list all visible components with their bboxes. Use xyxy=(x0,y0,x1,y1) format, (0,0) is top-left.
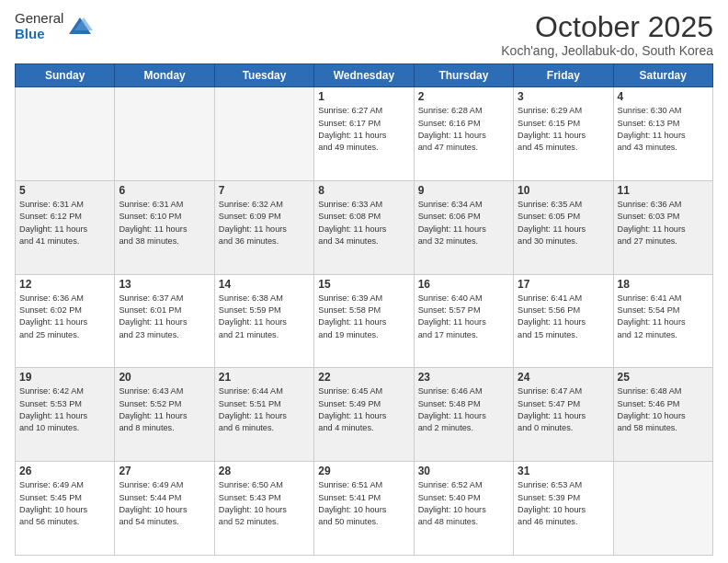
day-info: Sunrise: 6:30 AM Sunset: 6:13 PM Dayligh… xyxy=(618,105,709,154)
day-info: Sunrise: 6:35 AM Sunset: 6:05 PM Dayligh… xyxy=(518,199,609,247)
table-row: 30Sunrise: 6:52 AM Sunset: 5:40 PM Dayli… xyxy=(414,462,513,556)
day-number: 29 xyxy=(318,465,409,477)
table-row: 19Sunrise: 6:42 AM Sunset: 5:53 PM Dayli… xyxy=(16,368,115,462)
day-info: Sunrise: 6:36 AM Sunset: 6:03 PM Dayligh… xyxy=(618,199,709,247)
day-number: 3 xyxy=(518,90,609,103)
logo-icon xyxy=(67,14,93,40)
logo: General Blue xyxy=(15,11,93,41)
col-wednesday: Wednesday xyxy=(314,64,414,87)
table-row: 1Sunrise: 6:27 AM Sunset: 6:17 PM Daylig… xyxy=(314,87,414,181)
day-info: Sunrise: 6:29 AM Sunset: 6:15 PM Dayligh… xyxy=(518,105,609,154)
day-number: 21 xyxy=(219,371,310,384)
table-row: 28Sunrise: 6:50 AM Sunset: 5:43 PM Dayli… xyxy=(214,462,313,556)
table-row: 6Sunrise: 6:31 AM Sunset: 6:10 PM Daylig… xyxy=(115,180,214,274)
day-number: 23 xyxy=(418,371,509,384)
day-info: Sunrise: 6:45 AM Sunset: 5:49 PM Dayligh… xyxy=(318,385,409,434)
day-number: 19 xyxy=(19,371,110,384)
col-saturday: Saturday xyxy=(613,64,712,87)
day-info: Sunrise: 6:48 AM Sunset: 5:46 PM Dayligh… xyxy=(618,385,709,434)
table-row: 13Sunrise: 6:37 AM Sunset: 6:01 PM Dayli… xyxy=(115,274,214,368)
table-row: 5Sunrise: 6:31 AM Sunset: 6:12 PM Daylig… xyxy=(16,180,115,274)
day-number: 5 xyxy=(19,184,110,197)
calendar-week-row: 12Sunrise: 6:36 AM Sunset: 6:02 PM Dayli… xyxy=(16,274,713,368)
day-number: 7 xyxy=(219,184,310,197)
day-info: Sunrise: 6:41 AM Sunset: 5:54 PM Dayligh… xyxy=(618,293,709,341)
table-row: 31Sunrise: 6:53 AM Sunset: 5:39 PM Dayli… xyxy=(514,462,613,556)
day-number: 12 xyxy=(19,278,110,291)
day-info: Sunrise: 6:43 AM Sunset: 5:52 PM Dayligh… xyxy=(119,385,210,434)
table-row: 7Sunrise: 6:32 AM Sunset: 6:09 PM Daylig… xyxy=(214,180,313,274)
logo-blue: Blue xyxy=(15,27,63,42)
table-row xyxy=(613,462,712,556)
day-number: 18 xyxy=(618,278,709,291)
table-row: 20Sunrise: 6:43 AM Sunset: 5:52 PM Dayli… xyxy=(115,368,214,462)
calendar-week-row: 5Sunrise: 6:31 AM Sunset: 6:12 PM Daylig… xyxy=(16,180,713,274)
day-info: Sunrise: 6:27 AM Sunset: 6:17 PM Dayligh… xyxy=(318,105,409,154)
col-friday: Friday xyxy=(514,64,613,87)
table-row: 26Sunrise: 6:49 AM Sunset: 5:45 PM Dayli… xyxy=(16,462,115,556)
day-number: 28 xyxy=(219,465,310,477)
day-number: 24 xyxy=(518,371,609,384)
table-row: 4Sunrise: 6:30 AM Sunset: 6:13 PM Daylig… xyxy=(613,87,712,181)
col-tuesday: Tuesday xyxy=(214,64,313,87)
day-number: 14 xyxy=(219,278,310,291)
day-info: Sunrise: 6:31 AM Sunset: 6:10 PM Dayligh… xyxy=(119,199,210,247)
page: General Blue October 2025 Koch'ang, Jeol… xyxy=(0,0,728,563)
day-number: 4 xyxy=(618,90,709,103)
day-info: Sunrise: 6:46 AM Sunset: 5:48 PM Dayligh… xyxy=(418,385,509,434)
day-number: 13 xyxy=(119,278,210,291)
table-row: 12Sunrise: 6:36 AM Sunset: 6:02 PM Dayli… xyxy=(16,274,115,368)
day-number: 30 xyxy=(418,465,509,477)
day-number: 9 xyxy=(418,184,509,197)
day-number: 31 xyxy=(518,465,609,477)
table-row: 22Sunrise: 6:45 AM Sunset: 5:49 PM Dayli… xyxy=(314,368,414,462)
day-number: 6 xyxy=(119,184,210,197)
table-row: 29Sunrise: 6:51 AM Sunset: 5:41 PM Dayli… xyxy=(314,462,414,556)
day-number: 17 xyxy=(518,278,609,291)
table-row: 23Sunrise: 6:46 AM Sunset: 5:48 PM Dayli… xyxy=(414,368,513,462)
table-row: 24Sunrise: 6:47 AM Sunset: 5:47 PM Dayli… xyxy=(514,368,613,462)
table-row: 15Sunrise: 6:39 AM Sunset: 5:58 PM Dayli… xyxy=(314,274,414,368)
col-thursday: Thursday xyxy=(414,64,513,87)
calendar-week-row: 26Sunrise: 6:49 AM Sunset: 5:45 PM Dayli… xyxy=(16,462,713,556)
day-info: Sunrise: 6:36 AM Sunset: 6:02 PM Dayligh… xyxy=(19,293,110,341)
day-info: Sunrise: 6:49 AM Sunset: 5:44 PM Dayligh… xyxy=(119,479,210,528)
month-title: October 2025 xyxy=(501,11,713,43)
day-number: 26 xyxy=(19,465,110,477)
day-info: Sunrise: 6:38 AM Sunset: 5:59 PM Dayligh… xyxy=(219,293,310,341)
day-number: 27 xyxy=(119,465,210,477)
table-row: 21Sunrise: 6:44 AM Sunset: 5:51 PM Dayli… xyxy=(214,368,313,462)
table-row: 25Sunrise: 6:48 AM Sunset: 5:46 PM Dayli… xyxy=(613,368,712,462)
calendar-header-row: Sunday Monday Tuesday Wednesday Thursday… xyxy=(16,64,713,87)
header: General Blue October 2025 Koch'ang, Jeol… xyxy=(15,11,713,58)
day-info: Sunrise: 6:44 AM Sunset: 5:51 PM Dayligh… xyxy=(219,385,310,434)
day-number: 15 xyxy=(318,278,409,291)
table-row: 10Sunrise: 6:35 AM Sunset: 6:05 PM Dayli… xyxy=(514,180,613,274)
table-row: 27Sunrise: 6:49 AM Sunset: 5:44 PM Dayli… xyxy=(115,462,214,556)
table-row: 2Sunrise: 6:28 AM Sunset: 6:16 PM Daylig… xyxy=(414,87,513,181)
day-info: Sunrise: 6:31 AM Sunset: 6:12 PM Dayligh… xyxy=(19,199,110,247)
day-info: Sunrise: 6:41 AM Sunset: 5:56 PM Dayligh… xyxy=(518,293,609,341)
day-info: Sunrise: 6:47 AM Sunset: 5:47 PM Dayligh… xyxy=(518,385,609,434)
day-info: Sunrise: 6:37 AM Sunset: 6:01 PM Dayligh… xyxy=(119,293,210,341)
day-number: 16 xyxy=(418,278,509,291)
day-number: 8 xyxy=(318,184,409,197)
day-number: 10 xyxy=(518,184,609,197)
day-number: 22 xyxy=(318,371,409,384)
day-number: 11 xyxy=(618,184,709,197)
logo-general: General xyxy=(15,11,63,27)
day-info: Sunrise: 6:40 AM Sunset: 5:57 PM Dayligh… xyxy=(418,293,509,341)
table-row: 11Sunrise: 6:36 AM Sunset: 6:03 PM Dayli… xyxy=(613,180,712,274)
table-row: 8Sunrise: 6:33 AM Sunset: 6:08 PM Daylig… xyxy=(314,180,414,274)
table-row: 3Sunrise: 6:29 AM Sunset: 6:15 PM Daylig… xyxy=(514,87,613,181)
day-number: 20 xyxy=(119,371,210,384)
table-row: 18Sunrise: 6:41 AM Sunset: 5:54 PM Dayli… xyxy=(613,274,712,368)
table-row: 16Sunrise: 6:40 AM Sunset: 5:57 PM Dayli… xyxy=(414,274,513,368)
table-row: 14Sunrise: 6:38 AM Sunset: 5:59 PM Dayli… xyxy=(214,274,313,368)
day-info: Sunrise: 6:42 AM Sunset: 5:53 PM Dayligh… xyxy=(19,385,110,434)
table-row: 17Sunrise: 6:41 AM Sunset: 5:56 PM Dayli… xyxy=(514,274,613,368)
day-info: Sunrise: 6:52 AM Sunset: 5:40 PM Dayligh… xyxy=(418,479,509,528)
title-block: October 2025 Koch'ang, Jeollabuk-do, Sou… xyxy=(501,11,713,58)
calendar-week-row: 19Sunrise: 6:42 AM Sunset: 5:53 PM Dayli… xyxy=(16,368,713,462)
day-info: Sunrise: 6:32 AM Sunset: 6:09 PM Dayligh… xyxy=(219,199,310,247)
